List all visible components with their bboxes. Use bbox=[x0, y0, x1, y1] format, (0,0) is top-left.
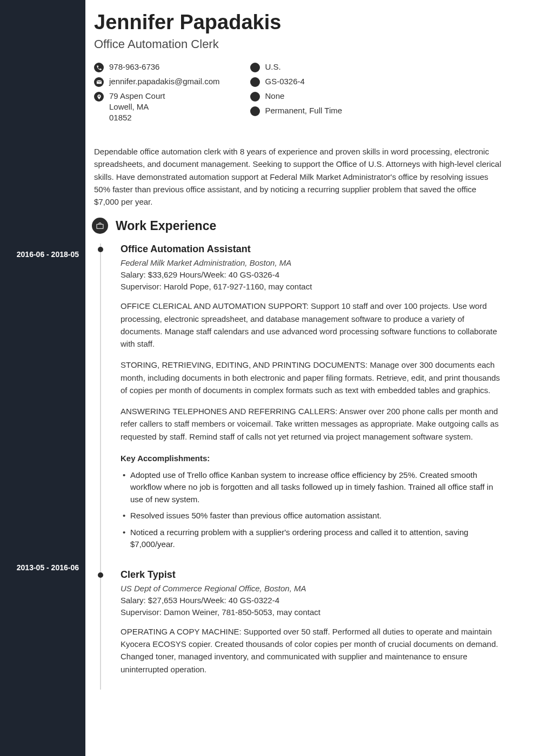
contact-right: U.S. GS-0326-4 None Permanent, Full Time bbox=[250, 62, 343, 124]
key-accomplishments-heading: Key Accomplishments: bbox=[121, 454, 503, 463]
bullet-icon bbox=[250, 77, 260, 87]
section-title: Work Experience bbox=[116, 219, 216, 233]
list-item: Adopted use of Trello office Kanban syst… bbox=[123, 469, 503, 506]
location-icon bbox=[94, 92, 104, 102]
job-paragraph: OPERATING A COPY MACHINE: Supported over… bbox=[121, 625, 503, 676]
citizenship-item: U.S. bbox=[250, 62, 343, 72]
section-header: Work Experience bbox=[92, 218, 503, 234]
briefcase-icon bbox=[92, 218, 108, 234]
appointment-item: Permanent, Full Time bbox=[250, 106, 343, 116]
job-paragraph: ANSWERING TELEPHONES AND REFERRING CALLE… bbox=[121, 405, 503, 443]
person-title: Office Automation Clerk bbox=[94, 37, 503, 51]
person-name: Jennifer Papadakis bbox=[94, 11, 503, 34]
supervisor-line: Supervisor: Damon Weiner, 781-850-5053, … bbox=[121, 608, 503, 617]
phone-text: 978-963-6736 bbox=[109, 62, 159, 71]
bullet-icon bbox=[250, 106, 260, 116]
list-item: Resolved issues 50% faster than previous… bbox=[123, 510, 503, 522]
supervisor-line: Supervisor: Harold Pope, 617-927-1160, m… bbox=[121, 282, 503, 291]
job-paragraph: STORING, RETRIEVING, EDITING, AND PRINTI… bbox=[121, 359, 503, 396]
email-text: jennifer.papadakis@gmail.com bbox=[109, 77, 220, 86]
resume-page: 2016-06 - 2018-05 2013-05 - 2016-06 Jenn… bbox=[0, 0, 535, 756]
phone-item: 978-963-6736 bbox=[94, 62, 220, 72]
accomplishments-list: Adopted use of Trello office Kanban syst… bbox=[121, 469, 503, 551]
main-content: Jennifer Papadakis Office Automation Cle… bbox=[85, 0, 535, 756]
summary-text: Dependable office automation clerk with … bbox=[94, 145, 503, 208]
veterans-pref-item: None bbox=[250, 91, 343, 102]
job-paragraph: OFFICE CLERICAL AND AUTOMATION SUPPORT: … bbox=[121, 300, 503, 350]
address-lines: 79 Aspen Court Lowell, MA 01852 bbox=[109, 91, 165, 124]
email-icon bbox=[94, 77, 104, 87]
list-item: Noticed a recurring problem with a suppl… bbox=[123, 526, 503, 551]
job-meta: Salary: $27,653 Hours/Week: 40 GS-0322-4 bbox=[121, 596, 503, 605]
sidebar: 2016-06 - 2018-05 2013-05 - 2016-06 bbox=[0, 0, 85, 756]
job-entry: Office Automation Assistant Federal Milk… bbox=[121, 244, 503, 569]
job-entry: Clerk Typist US Dept of Commerce Regiona… bbox=[121, 569, 503, 690]
email-item: jennifer.papadakis@gmail.com bbox=[94, 77, 220, 87]
svg-rect-0 bbox=[97, 225, 103, 229]
employer: US Dept of Commerce Regional Office, Bos… bbox=[121, 584, 503, 593]
bullet-icon bbox=[250, 63, 260, 72]
contact-row: 978-963-6736 jennifer.papadakis@gmail.co… bbox=[94, 62, 503, 124]
contact-left: 978-963-6736 jennifer.papadakis@gmail.co… bbox=[94, 62, 220, 124]
timeline: Office Automation Assistant Federal Milk… bbox=[100, 244, 503, 690]
employer: Federal Milk Market Administration, Bost… bbox=[121, 258, 503, 267]
job-title: Clerk Typist bbox=[121, 569, 503, 580]
bullet-icon bbox=[250, 92, 260, 102]
job-meta: Salary: $33,629 Hours/Week: 40 GS-0326-4 bbox=[121, 270, 503, 279]
series-item: GS-0326-4 bbox=[250, 77, 343, 87]
job-title: Office Automation Assistant bbox=[121, 244, 503, 255]
address-item: 79 Aspen Court Lowell, MA 01852 bbox=[94, 91, 220, 124]
phone-icon bbox=[94, 63, 104, 72]
